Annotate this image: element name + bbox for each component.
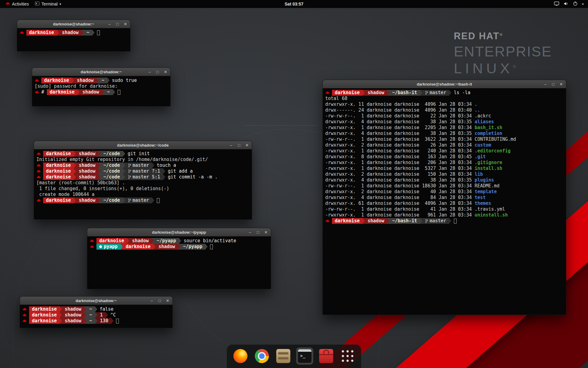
powerline-separator-icon [387,218,389,224]
volume-icon[interactable] [564,2,569,7]
close-button[interactable]: ✕ [166,298,170,303]
minimize-button[interactable]: – [248,230,252,235]
terminal-content[interactable]: darknoiseshadow~falsedarknoiseshadow~1^C… [20,305,172,328]
minimize-button[interactable]: – [229,143,233,148]
terminal-line: drwxrwxr-x. 2 darknoise darknoise 26 Jan… [325,142,564,148]
dock-item-toolbox[interactable] [318,347,335,365]
activities-button[interactable]: Activities [2,0,32,8]
terminal-line: drwxrwxr-x. 2 darknoise darknoise 150 Ja… [325,171,564,177]
minimize-button[interactable]: – [543,82,547,86]
system-status-area[interactable]: ▾ [554,1,586,7]
dock-item-apps[interactable] [339,347,356,365]
dock-item-files[interactable] [275,347,292,365]
close-button[interactable]: ✕ [264,230,268,235]
ls-fields: -rw-rw-r--. 1 darknoise darknoise 41 Jan… [325,206,475,212]
terminal-window: darknoise@shadow:~/code–□✕darknoiseshado… [34,141,252,220]
power-icon[interactable] [573,1,578,7]
maximize-button[interactable]: □ [237,143,241,148]
ls-filename: lib [475,171,483,177]
prompt-segment-host: shadow [59,30,81,36]
ls-filename: plugins [475,177,494,183]
prompt-segment-user: darknoise [47,89,77,95]
window-titlebar[interactable]: darknoise@shadow:~/code–□✕ [34,141,252,149]
terminal-content[interactable]: darknoiseshadow~/bash-itmasterls -latota… [323,88,566,314]
toolbox-icon [319,349,333,363]
command-text: ^C [108,312,116,318]
files-icon [276,349,290,363]
terminal-line: darknoiseshadow~/codemastertouch a [36,163,249,168]
powerline-separator-icon [153,244,156,250]
redhat-prompt-icon [36,169,41,173]
ls-filename: aliases [475,119,494,125]
window-titlebar[interactable]: darknoise@shadow:~–□✕ [20,297,172,305]
prompt-segment-git: master [125,163,152,168]
close-button[interactable]: ✕ [245,143,249,148]
command-text: git init [125,151,150,157]
ls-filename: test [475,195,486,201]
app-menu-terminal[interactable]: Terminal ▾ [32,0,64,8]
window-title: darknoise@shadow:~/bash-it [417,82,472,86]
terminal-content[interactable]: darknoiseshadow~/codegit initInitialized… [34,149,252,219]
powerline-separator-icon [449,218,451,224]
prompt-segment-path: ~/bash-it [389,218,420,224]
minimize-button[interactable]: – [148,70,152,74]
window-controls: –□✕ [107,20,127,28]
window-titlebar[interactable]: darknoise@shadow:~–□✕ [32,68,170,76]
powerline-separator-icon [111,318,114,324]
powerline-separator-icon [84,312,86,318]
terminal-line: drwxrwxr-x. 2 darknoise darknoise 40 Jan… [325,189,564,195]
powerline-separator-icon [152,163,154,168]
prompt-segment-path: ~ [86,306,95,312]
close-button[interactable]: ✕ [164,70,168,74]
maximize-button[interactable]: □ [256,230,260,235]
terminal-window: darknoise@shadow:~/bash-it–□✕darknoisesh… [322,80,566,315]
git-branch-icon [425,219,428,223]
registered-mark: ® [499,32,503,37]
git-branch-icon [128,169,131,173]
ls-filename: .git [475,154,486,160]
minimize-button[interactable]: – [107,22,111,26]
terminal-line: drwxrwxr-x. 4 darknoise darknoise 38 Jan… [325,119,564,125]
python-venv-icon [99,245,102,248]
maximize-button[interactable]: □ [551,82,555,86]
window-titlebar[interactable]: darknoise@shadow:~–□✕ [17,20,130,28]
prompt-segment-err: 130 [97,318,111,324]
redhat-prompt-icon [35,79,39,82]
maximize-button[interactable]: □ [156,70,160,74]
powerline-separator-icon [59,318,62,324]
close-button[interactable]: ✕ [123,22,127,26]
dock-item-chrome[interactable] [253,347,270,365]
minimize-button[interactable]: – [150,298,154,303]
powerline-separator-icon [59,312,62,318]
app-menu-label: Terminal [41,2,58,6]
terminal-content[interactable]: darknoiseshadow~ [17,28,130,51]
terminal-content[interactable]: darknoiseshadow~/pyappsource bin/activat… [87,236,271,289]
terminal-line: total 68 [325,96,564,102]
output-text: [master (root-commit) 50bcb63] . [36,180,125,186]
prompt-segment-git: master [125,197,152,203]
terminal-line: -rw-rw-r--. 1 darknoise darknoise 18630 … [325,183,564,189]
terminal-line: darknoiseshadow~/codemaster [36,197,249,203]
dock-item-firefox[interactable] [232,347,249,365]
maximize-button[interactable]: □ [115,22,119,26]
rhel-logo-linux: LINUX® [454,60,552,77]
prompt-segment-host: shadow [76,168,98,174]
dock-items [232,347,356,365]
ls-fields: drwxrwxr-x. 4 darknoise darknoise 38 Jan… [325,119,475,125]
ls-fields: -rwxrwxr-x. 1 darknoise darknoise 2205 J… [325,125,475,131]
ls-filename: completion [475,131,502,136]
dock [227,344,361,368]
ls-fields: -rwxrwxr-x. 1 darknoise darknoise 240 Ja… [325,148,475,154]
close-button[interactable]: ✕ [559,82,563,86]
display-icon[interactable] [554,2,559,7]
terminal-line: darknoiseshadow~/pyappsource bin/activat… [90,238,268,244]
dock-item-terminal[interactable] [296,347,313,365]
powerline-separator-icon [95,318,97,324]
window-titlebar[interactable]: darknoise@shadow:~/bash-it–□✕ [323,80,566,88]
window-title: darknoise@shadow:~ [76,298,117,303]
clock[interactable]: Sat 03:57 [285,2,303,6]
window-titlebar[interactable]: darknoise@shadow:~/pyapp–□✕ [87,228,271,236]
terminal-content[interactable]: darknoiseshadow~sudo true[sudo] password… [32,76,170,106]
maximize-button[interactable]: □ [158,298,162,303]
powerline-separator-icon [123,163,125,168]
